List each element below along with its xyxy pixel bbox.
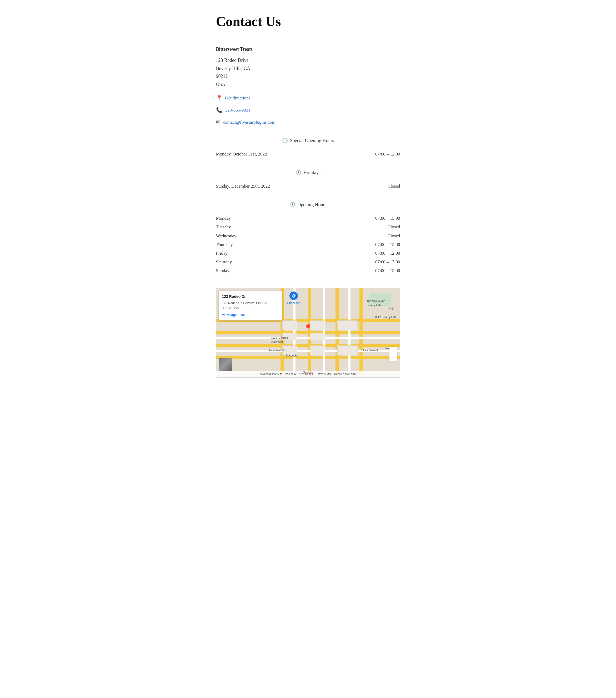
business-name: Bittersweet Treats	[216, 45, 400, 53]
map-zoom-controls: + −	[390, 347, 397, 362]
address-line4: USA	[216, 81, 400, 89]
special-hours-day-0: Monday, October 31st, 2022	[216, 150, 308, 158]
holidays-time-0: Closed	[308, 182, 400, 191]
clock-icon-holidays: 🕐	[295, 169, 301, 177]
page-container: Contact Us Bittersweet Treats 123 Rodeo …	[206, 0, 411, 393]
map-directions-button[interactable]	[290, 292, 298, 300]
opening-hours-row-2: WednesdayClosed	[216, 232, 400, 240]
map-poi-sixty: SIXTY Beverly Hills	[373, 315, 396, 319]
map-poi-starbucks: Starbucks	[286, 353, 298, 358]
opening-hours-header: 🕐 Opening Hours	[216, 201, 400, 209]
opening-hours-table: Monday07:00 – 15:00TuesdayClosedWednesda…	[216, 214, 400, 275]
location-pin-icon: 📍	[216, 94, 223, 102]
page-title: Contact Us	[216, 11, 400, 32]
address-block: 123 Rodeo Drive Beverly Hills, CA 90212 …	[216, 56, 400, 88]
map-report-link[interactable]: Report a map error	[334, 372, 356, 376]
opening-hours-time-6: 07:00 – 15:00	[308, 266, 400, 275]
opening-hours-day-5: Saturday	[216, 257, 308, 266]
map-thumbnail-image	[219, 358, 232, 371]
phone-item: 📞 323-555-9831	[216, 106, 400, 114]
directions-item: 📍 Get directions	[216, 94, 400, 102]
address-line3: 90212	[216, 72, 400, 81]
map-road	[348, 288, 350, 377]
opening-hours-day-4: Friday	[216, 249, 308, 257]
holidays-label: Holidays	[304, 169, 321, 177]
map-place-address: 123 Rodeo Dr, Beverly Hills, CA90212, US…	[222, 301, 279, 311]
special-hours-time-0: 07:00 – 12:00	[308, 150, 400, 158]
opening-hours-section: 🕐 Opening Hours Monday07:00 – 15:00Tuesd…	[216, 201, 400, 275]
opening-hours-time-0: 07:00 – 15:00	[308, 214, 400, 223]
opening-hours-day-6: Sunday	[216, 266, 308, 275]
address-line1: 123 Rodeo Drive	[216, 56, 400, 65]
opening-hours-time-1: Closed	[308, 223, 400, 231]
map-road	[216, 337, 400, 339]
map-place-name: 123 Rodeo Dr	[222, 294, 279, 299]
map-poi-charleville-r: Charleville Blvd	[362, 349, 378, 352]
map-block	[310, 346, 324, 355]
holidays-day-0: Sunday, December 25th, 2022	[216, 182, 308, 191]
special-hours-section: 🕐 Special Opening Hours Monday, October …	[216, 137, 400, 158]
opening-hours-label: Opening Hours	[297, 201, 326, 209]
map-info-box: 123 Rodeo Dr 123 Rodeo Dr, Beverly Hills…	[219, 291, 282, 320]
map-road	[336, 288, 339, 377]
clock-icon-opening: 🕐	[290, 201, 295, 209]
opening-hours-row-5: Saturday07:00 – 17:00	[216, 257, 400, 266]
map-container[interactable]: The MaybourneBeverly Hills Spago SIXTY B…	[216, 288, 400, 378]
map-poi-maybourne: The MaybourneBeverly Hills	[367, 299, 385, 308]
address-line2: Beverly Hills, CA	[216, 65, 400, 73]
special-hours-table: Monday, October 31st, 2022 07:00 – 12:00	[216, 150, 400, 158]
google-logo: Google	[303, 370, 314, 375]
map-block	[282, 320, 297, 330]
holidays-row-0: Sunday, December 25th, 2022 Closed	[216, 182, 400, 191]
opening-hours-time-2: Closed	[308, 232, 400, 240]
opening-hours-time-4: 07:00 – 12:00	[308, 249, 400, 257]
directions-arrow-icon	[291, 293, 296, 298]
phone-icon: 📞	[216, 106, 223, 114]
map-directions-area: Directions	[288, 292, 300, 305]
opening-hours-row-3: Thursday07:00 – 15:00	[216, 240, 400, 249]
clock-icon-special: 🕐	[282, 137, 288, 144]
special-hours-header: 🕐 Special Opening Hours	[216, 137, 400, 144]
business-info: Bittersweet Treats 123 Rodeo Drive Bever…	[216, 45, 400, 126]
special-hours-row-0: Monday, October 31st, 2022 07:00 – 12:00	[216, 150, 400, 158]
map-block	[337, 320, 358, 330]
holidays-table: Sunday, December 25th, 2022 Closed	[216, 182, 400, 191]
map-pin: 📍	[303, 322, 313, 335]
special-hours-label: Special Opening Hours	[290, 137, 334, 144]
phone-link[interactable]: 323-555-9831	[225, 107, 251, 114]
map-poi-camden: 153 S. CamdenApartments	[271, 336, 288, 344]
map-block	[337, 346, 358, 355]
email-item: ✉ contact@fivestarplugins.com	[216, 118, 400, 126]
opening-hours-day-1: Tuesday	[216, 223, 308, 231]
opening-hours-row-0: Monday07:00 – 15:00	[216, 214, 400, 223]
get-directions-link[interactable]: Get directions	[225, 95, 251, 101]
opening-hours-time-3: 07:00 – 15:00	[308, 240, 400, 249]
opening-hours-day-2: Wednesday	[216, 232, 308, 240]
map-terms-link[interactable]: Terms of Use	[316, 372, 332, 376]
opening-hours-row-4: Friday07:00 – 12:00	[216, 249, 400, 257]
email-link[interactable]: contact@fivestarplugins.com	[223, 118, 276, 126]
map-directions-label: Directions	[288, 301, 300, 305]
map-road	[360, 288, 363, 377]
email-icon: ✉	[216, 118, 221, 126]
opening-hours-day-0: Monday	[216, 214, 308, 223]
map-keyboard-shortcuts-link[interactable]: Keyboard shortcuts	[260, 372, 282, 376]
map-poi-spago: Spago	[387, 306, 394, 310]
map-zoom-out-button[interactable]: −	[390, 354, 397, 362]
map-thumbnail	[219, 358, 232, 371]
map-view-larger-link[interactable]: View larger map	[222, 313, 245, 317]
holidays-header: 🕐 Holidays	[216, 169, 400, 177]
map-poi-charleville: Charleville Blvd	[268, 349, 284, 352]
map-zoom-in-button[interactable]: +	[390, 347, 397, 354]
opening-hours-day-3: Thursday	[216, 240, 308, 249]
opening-hours-row-6: Sunday07:00 – 15:00	[216, 266, 400, 275]
opening-hours-row-1: TuesdayClosed	[216, 223, 400, 231]
opening-hours-time-5: 07:00 – 17:00	[308, 257, 400, 266]
holidays-section: 🕐 Holidays Sunday, December 25th, 2022 C…	[216, 169, 400, 191]
